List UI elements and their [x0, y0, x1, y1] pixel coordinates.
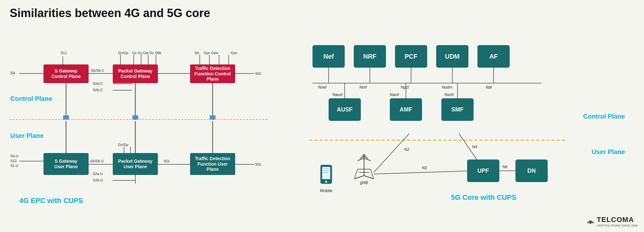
tdf-cp-box: Traffic Detection Function Control Plane	[190, 64, 235, 83]
mobile-icon: Mobile	[319, 164, 333, 193]
tdf-up-box: Traffic Detection Function User Plane	[190, 153, 235, 175]
gnb-icon: gNB	[351, 151, 377, 185]
svg-text:Nnef: Nnef	[318, 85, 327, 90]
svg-text:N4: N4	[472, 145, 477, 149]
smf-box: SMF	[441, 98, 474, 121]
svg-text:S5/S8-U: S5/S8-U	[90, 159, 104, 163]
svg-text:S11: S11	[61, 51, 67, 55]
svg-line-83	[370, 169, 374, 179]
left-diagram-lines: S5/S8-C SGi Sd Gyn Gwn Gzn Gn/Gp Gx Gy G…	[10, 26, 300, 219]
gnb-label: gNB	[351, 180, 377, 185]
svg-line-69	[374, 134, 409, 172]
cp-label-left: Control Plane	[10, 95, 52, 102]
sgw-up-box: S Gateway User Plane	[43, 153, 89, 175]
svg-text:N2: N2	[404, 147, 409, 152]
right-diagram: Nnef Nnrf Npcf Nudm Naf Nausf Namf Nsmf …	[309, 26, 631, 219]
svg-text:Namf: Namf	[390, 92, 399, 97]
pgw-cp-box: Packet Gateway Control Plane	[113, 64, 158, 83]
label-s4: S4	[10, 71, 15, 75]
dn-box: DN	[515, 160, 548, 182]
svg-text:Gzn: Gzn	[231, 51, 237, 55]
sgw-cp-box: S Gateway Control Plane	[43, 64, 89, 83]
nrf-box: NRF	[354, 45, 386, 68]
svg-point-84	[363, 154, 365, 155]
svg-text:N6: N6	[503, 165, 508, 169]
svg-line-79	[364, 176, 374, 179]
svg-text:Nudm: Nudm	[442, 85, 452, 90]
up-label-right: User Plane	[592, 148, 625, 156]
svg-text:S1-U: S1-U	[10, 164, 18, 168]
svg-text:Gyn Gwn: Gyn Gwn	[204, 51, 218, 55]
svg-text:S12: S12	[10, 159, 17, 163]
pgw-up-box: Packet Gateway User Plane	[113, 153, 158, 175]
left-diagram: S5/S8-C SGi Sd Gyn Gwn Gzn Gn/Gp Gx Gy G…	[10, 26, 300, 219]
dashed-separator	[10, 119, 267, 120]
mobile-label: Mobile	[319, 188, 333, 193]
svg-line-73	[374, 171, 474, 174]
cp-label-right: Control Plane	[583, 113, 625, 120]
telcoma-icon	[586, 217, 595, 226]
5g-cups-label: 5G Core with CUPS	[451, 193, 516, 202]
epc-label: 4G EPC with CUPS	[19, 197, 83, 205]
svg-text:S2b-U: S2b-U	[93, 178, 103, 182]
svg-text:Nsmf: Nsmf	[445, 92, 454, 97]
svg-text:SGi: SGi	[255, 72, 261, 75]
svg-text:SGi: SGi	[255, 162, 261, 166]
svg-text:S4-U: S4-U	[10, 154, 18, 158]
svg-text:SGi: SGi	[164, 159, 169, 163]
svg-line-78	[354, 176, 364, 179]
svg-text:Nnrf: Nnrf	[360, 85, 367, 90]
telcoma-sub: CERTIFICATIONS SINCE 2009	[597, 224, 638, 227]
svg-text:N3: N3	[422, 166, 427, 170]
svg-point-87	[325, 181, 327, 183]
svg-text:S2a-C: S2a-C	[93, 82, 103, 85]
svg-text:S2b-C: S2b-C	[93, 88, 103, 92]
svg-text:Gn/Gp: Gn/Gp	[118, 51, 128, 55]
svg-point-91	[590, 223, 591, 224]
amf-box: AMF	[390, 98, 422, 121]
telcoma-name: TELCOMA	[597, 216, 638, 224]
svg-text:S5/S8-C: S5/S8-C	[91, 69, 104, 72]
udm-box: UDM	[436, 45, 468, 68]
nef-box: Nef	[312, 45, 345, 68]
main-container: Similarities between 4G and 5G core S5/S…	[0, 0, 644, 232]
svg-text:S2a-U: S2a-U	[93, 172, 103, 176]
af-box: AF	[477, 45, 510, 68]
svg-text:Gx Gy  Gw  Gz  S6b: Gx Gy Gw Gz S6b	[132, 51, 161, 55]
ausf-box: AUSF	[329, 98, 361, 121]
svg-text:Naf: Naf	[486, 85, 492, 90]
svg-text:Nausf: Nausf	[332, 92, 343, 97]
svg-text:Sd: Sd	[195, 51, 199, 55]
page-title: Similarities between 4G and 5G core	[10, 6, 634, 20]
svg-text:Npcf: Npcf	[401, 85, 409, 90]
pcf-box: PCF	[395, 45, 427, 68]
svg-line-82	[354, 169, 358, 179]
svg-text:Gn/Gp: Gn/Gp	[118, 143, 128, 147]
telcoma-logo: TELCOMA CERTIFICATIONS SINCE 2009	[586, 216, 638, 227]
upf-box: UPF	[467, 160, 499, 182]
up-label-left: User Plane	[10, 132, 43, 140]
